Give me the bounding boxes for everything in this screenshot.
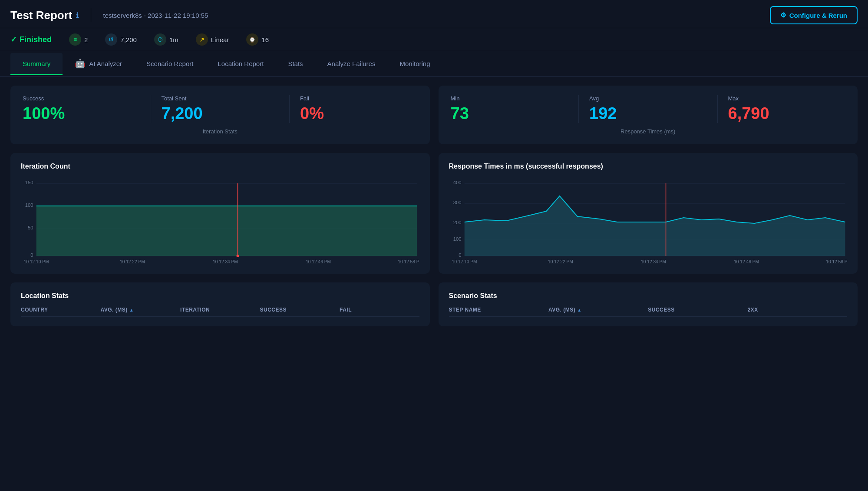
sort-icon-avg-2[interactable]: ▲ <box>577 308 581 312</box>
tab-ai-label: AI Analyzer <box>89 60 122 67</box>
scenario-stats-title: Scenario Stats <box>449 292 848 300</box>
svg-point-10 <box>236 255 239 257</box>
response-chart-svg: 400 300 200 100 0 <box>449 176 848 268</box>
nav-tabs: Summary 🤖 AI Analyzer Scenario Report Lo… <box>0 51 868 77</box>
header: Test Report ℹ testserverk8s - 2023-11-22… <box>0 0 868 28</box>
th-fail-label: FAIL <box>340 307 352 313</box>
iterations-pill: ↺ 7,200 <box>105 33 137 46</box>
info-icon[interactable]: ℹ <box>76 11 79 20</box>
th-2xx: 2XX <box>748 307 847 313</box>
iteration-chart-area: 150 100 50 0 <box>21 176 419 268</box>
status-bar: ✓ Finished ≡ 2 ↺ 7,200 ⏱ 1m ↗ Linear ⌚ 1… <box>0 28 868 51</box>
th-country-label: COUNTRY <box>21 307 48 313</box>
location-stats-card: Location Stats COUNTRY AVG. (MS) ▲ ITERA… <box>10 282 430 326</box>
th-iteration: ITERATION <box>180 307 260 313</box>
page-title: Test Report ℹ <box>10 9 79 22</box>
tab-location-label: Location Report <box>218 60 264 67</box>
th-avg-label: AVG. (MS) <box>101 307 128 313</box>
iteration-stats-card: Success 100% Total Sent 7,200 Fail 0% It… <box>10 86 430 144</box>
tab-scenario-report[interactable]: Scenario Report <box>134 53 205 75</box>
tab-monitoring[interactable]: Monitoring <box>387 53 442 75</box>
response-stats-footer: Response Times (ms) <box>451 128 846 135</box>
svg-text:10:12:58 PM: 10:12:58 PM <box>398 259 419 264</box>
response-times-chart: Response Times in ms (successful respons… <box>439 153 858 274</box>
scenarios-icon: ≡ <box>69 33 81 46</box>
svg-marker-8 <box>36 206 417 256</box>
iteration-stats-footer: Iteration Stats <box>23 128 418 135</box>
svg-text:400: 400 <box>453 180 461 185</box>
rampup-pill: ↗ Linear <box>196 33 229 46</box>
success-label: Success <box>23 95 140 102</box>
tab-ai-analyzer[interactable]: 🤖 AI Analyzer <box>63 51 134 76</box>
svg-text:10:12:10 PM: 10:12:10 PM <box>24 259 49 264</box>
finished-label: Finished <box>20 35 52 44</box>
svg-marker-26 <box>464 196 845 256</box>
svg-text:10:12:58 PM: 10:12:58 PM <box>826 259 847 264</box>
tab-location-report[interactable]: Location Report <box>205 53 276 75</box>
fail-stat: Fail 0% <box>300 95 418 123</box>
svg-text:0: 0 <box>30 252 33 258</box>
iteration-count-chart: Iteration Count 150 100 50 0 <box>10 153 430 274</box>
iterations-value: 7,200 <box>120 36 137 43</box>
svg-text:10:12:10 PM: 10:12:10 PM <box>452 259 477 264</box>
svg-text:200: 200 <box>453 220 461 225</box>
tab-stats-label: Stats <box>288 60 303 67</box>
title-text: Test Report <box>10 9 73 22</box>
rampup-value: Linear <box>211 36 229 43</box>
location-stats-header: COUNTRY AVG. (MS) ▲ ITERATION SUCCESS FA… <box>21 307 419 317</box>
scenario-stats-card: Scenario Stats STEP NAME AVG. (MS) ▲ SUC… <box>439 282 858 326</box>
response-stats-card: Min 73 Avg 192 Max 6,790 Response Times … <box>439 86 858 144</box>
stats-row: Success 100% Total Sent 7,200 Fail 0% It… <box>10 86 858 144</box>
avg-label: Avg <box>589 95 707 102</box>
total-sent-value: 7,200 <box>162 104 279 123</box>
tab-analyze-label: Analyze Failures <box>327 60 376 67</box>
tab-analyze-failures[interactable]: Analyze Failures <box>315 53 388 75</box>
th-iteration-label: ITERATION <box>180 307 210 313</box>
header-divider <box>91 8 91 22</box>
max-value: 6,790 <box>728 104 846 123</box>
response-chart-title: Response Times in ms (successful respons… <box>449 163 848 170</box>
th-success-2-label: SUCCESS <box>648 307 675 313</box>
th-step-label: STEP NAME <box>449 307 481 313</box>
avg-value: 192 <box>589 104 707 123</box>
configure-rerun-button[interactable]: ⚙ Configure & Rerun <box>770 6 858 24</box>
th-step-name: STEP NAME <box>449 307 548 313</box>
max-stat: Max 6,790 <box>728 95 846 123</box>
th-avg-ms-2: AVG. (MS) ▲ <box>548 307 648 313</box>
stats-divider-4 <box>717 95 718 123</box>
fail-label: Fail <box>300 95 418 102</box>
charts-row: Iteration Count 150 100 50 0 <box>10 153 858 274</box>
location-stats-title: Location Stats <box>21 292 419 300</box>
rampup-icon: ↗ <box>196 33 208 46</box>
main-content: Success 100% Total Sent 7,200 Fail 0% It… <box>0 77 868 335</box>
tab-stats[interactable]: Stats <box>276 53 315 75</box>
th-success-2: SUCCESS <box>648 307 747 313</box>
configure-icon: ⚙ <box>780 11 786 19</box>
iteration-chart-svg: 150 100 50 0 <box>21 176 419 268</box>
max-label: Max <box>728 95 846 102</box>
stats-divider-2 <box>289 95 290 123</box>
th-2xx-label: 2XX <box>748 307 758 313</box>
svg-text:10:12:34 PM: 10:12:34 PM <box>213 259 238 264</box>
avg-stat: Avg 192 <box>589 95 707 123</box>
vusers-pill: ⌚ 16 <box>246 33 269 46</box>
duration-pill: ⏱ 1m <box>154 33 178 46</box>
fail-value: 0% <box>300 104 418 123</box>
tab-summary[interactable]: Summary <box>10 53 63 75</box>
success-value: 100% <box>23 104 140 123</box>
sort-icon-avg[interactable]: ▲ <box>129 308 134 312</box>
th-avg-ms: AVG. (MS) ▲ <box>101 307 181 313</box>
svg-text:10:12:46 PM: 10:12:46 PM <box>734 259 759 264</box>
total-sent-label: Total Sent <box>162 95 279 102</box>
scenarios-value: 2 <box>84 36 88 43</box>
vusers-icon: ⌚ <box>246 33 258 46</box>
vusers-value: 16 <box>261 36 269 43</box>
th-success-label: SUCCESS <box>260 307 287 313</box>
tab-scenario-label: Scenario Report <box>146 60 193 67</box>
svg-text:10:12:22 PM: 10:12:22 PM <box>548 259 573 264</box>
bottom-row: Location Stats COUNTRY AVG. (MS) ▲ ITERA… <box>10 282 858 326</box>
scenarios-pill: ≡ 2 <box>69 33 88 46</box>
header-subtitle: testserverk8s - 2023-11-22 19:10:55 <box>103 12 208 19</box>
th-country: COUNTRY <box>21 307 101 313</box>
iterations-icon: ↺ <box>105 33 117 46</box>
